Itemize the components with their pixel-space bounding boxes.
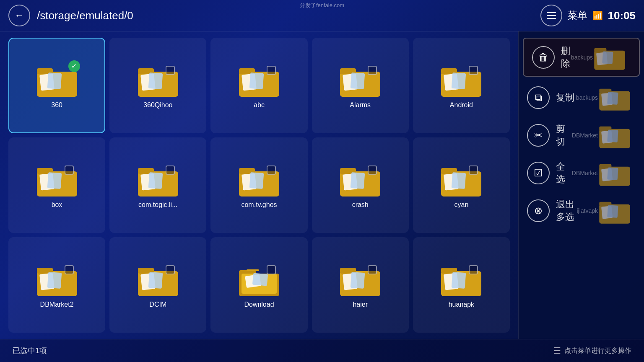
folder-icon [440, 262, 482, 297]
svg-rect-27 [148, 172, 163, 189]
svg-rect-65 [602, 51, 613, 64]
current-path: /storage/emulated/0 [37, 9, 540, 22]
folder-icon [238, 162, 280, 198]
folder-label: com.togic.li... [138, 201, 177, 209]
svg-rect-47 [148, 272, 163, 288]
ctx-item-text: 复制 [556, 91, 576, 104]
folder-item-Android[interactable]: Android [413, 38, 510, 133]
ctx-item-sublabel: ijiatvapk [576, 207, 598, 214]
svg-rect-69 [607, 92, 618, 105]
folder-checkbox[interactable] [267, 66, 276, 75]
footer: 已选中1项 ☰ 点击菜单进行更多操作 [0, 339, 644, 362]
ctx-folder-thumb [598, 160, 631, 187]
folder-icon [137, 262, 179, 297]
watermark: 分发了fenfale.com [300, 2, 344, 9]
folder-item-DCIM[interactable]: DCIM [109, 237, 206, 333]
folder-label: huanapk [449, 301, 474, 308]
ctx-item-text: 全选 [556, 160, 572, 186]
folder-checkbox[interactable] [166, 165, 175, 175]
folder-item-crash[interactable]: crash [312, 137, 409, 233]
folder-icon [238, 262, 280, 297]
ctx-folder-thumb [593, 44, 626, 71]
back-button[interactable]: ← [8, 5, 30, 26]
folder-icon [238, 62, 280, 98]
ctx-menu-item-exit_multi[interactable]: ⊗退出多选ijiatvapk [519, 192, 644, 230]
folder-checkbox[interactable] [469, 265, 478, 274]
folder-checkbox[interactable] [166, 66, 175, 75]
ctx-item-label: 复制 [556, 91, 576, 104]
folder-icon [36, 162, 78, 198]
folder-checkbox[interactable] [267, 165, 276, 175]
hamburger-icon [547, 12, 556, 19]
ctx-menu-item-select_all[interactable]: ☑全选DBMarket [519, 154, 644, 192]
folder-item-cyan[interactable]: cyan [413, 137, 510, 233]
folder-checkbox[interactable] [65, 265, 74, 274]
folder-label: Alarms [350, 101, 371, 109]
folder-icon [339, 162, 381, 198]
folder-icon [440, 62, 482, 98]
folder-label: haier [353, 301, 368, 308]
svg-rect-53 [252, 273, 268, 286]
svg-rect-19 [452, 72, 466, 89]
clock: 10:05 [608, 9, 636, 22]
svg-rect-35 [351, 172, 365, 189]
folder-item-360[interactable]: ✓360 [8, 38, 105, 133]
folder-checkbox[interactable] [65, 165, 74, 175]
folder-label: crash [352, 201, 369, 209]
back-icon: ← [15, 10, 24, 21]
ctx-menu-item-delete[interactable]: 🗑删除backups [523, 38, 640, 77]
folder-item-Alarms[interactable]: Alarms [312, 38, 409, 133]
svg-rect-3 [47, 72, 62, 89]
folder-item-com.tv.ghos[interactable]: com.tv.ghos [210, 137, 307, 233]
folder-item-com.togic.li[interactable]: com.togic.li... [109, 137, 206, 233]
folder-icon [339, 62, 381, 98]
ctx-menu-item-copy[interactable]: ⧉复制backups [519, 79, 644, 116]
folder-item-360Qihoo[interactable]: 360Qihoo [109, 38, 206, 133]
folder-item-DBMarket2[interactable]: DBMarket2 [8, 237, 105, 333]
context-menu-panel: 🗑删除backups ⧉复制backups ✂剪切DBMarket ☑全选DBM… [518, 31, 644, 339]
folder-icon [137, 62, 179, 98]
folder-item-box[interactable]: box [8, 137, 105, 233]
folder-checkbox[interactable] [469, 165, 478, 175]
svg-rect-43 [47, 272, 62, 288]
svg-rect-73 [607, 129, 618, 142]
ctx-item-label: 删除 [561, 45, 571, 70]
ctx-item-text: 退出多选 [556, 198, 576, 223]
svg-rect-11 [249, 72, 264, 89]
ctx-item-sublabel: DBMarket [572, 170, 598, 176]
folder-label: 360Qihoo [143, 101, 172, 109]
select_all-icon: ☑ [527, 162, 550, 184]
folder-item-Download[interactable]: Download [210, 237, 307, 333]
folder-icon [440, 162, 482, 198]
folder-label: DBMarket2 [40, 301, 74, 308]
svg-rect-51 [247, 269, 259, 271]
footer-menu-icon: ☰ [553, 346, 561, 356]
selection-status: 已选中1项 [13, 346, 47, 356]
menu-button[interactable] [540, 5, 562, 26]
folder-checkbox[interactable] [166, 265, 175, 274]
folder-item-abc[interactable]: abc [210, 38, 307, 133]
folder-checkbox[interactable] [368, 66, 377, 75]
selected-checkmark: ✓ [68, 60, 80, 72]
folder-checkbox[interactable] [368, 265, 377, 274]
ctx-item-text: 剪切 [556, 123, 572, 148]
folder-item-haier[interactable]: haier [312, 237, 409, 333]
svg-rect-23 [47, 172, 62, 189]
cut-icon: ✂ [527, 124, 550, 147]
ctx-item-sublabel: backups [571, 54, 593, 61]
folder-label: DCIM [149, 301, 166, 308]
svg-rect-81 [607, 205, 618, 218]
ctx-item-label: 全选 [556, 160, 572, 186]
ctx-menu-item-cut[interactable]: ✂剪切DBMarket [519, 116, 644, 154]
folder-label: box [52, 201, 62, 209]
copy-icon: ⧉ [527, 86, 550, 109]
wifi-icon: 📶 [592, 10, 603, 21]
ctx-folder-thumb [598, 122, 631, 149]
folder-checkbox[interactable] [469, 66, 478, 75]
folder-label: abc [254, 101, 265, 109]
ctx-item-sublabel: DBMarket [572, 132, 598, 139]
folder-checkbox[interactable] [368, 165, 377, 175]
folder-checkbox[interactable] [267, 265, 276, 274]
menu-label: 菜单 [567, 9, 587, 22]
folder-item-huanapk[interactable]: huanapk [413, 237, 510, 333]
